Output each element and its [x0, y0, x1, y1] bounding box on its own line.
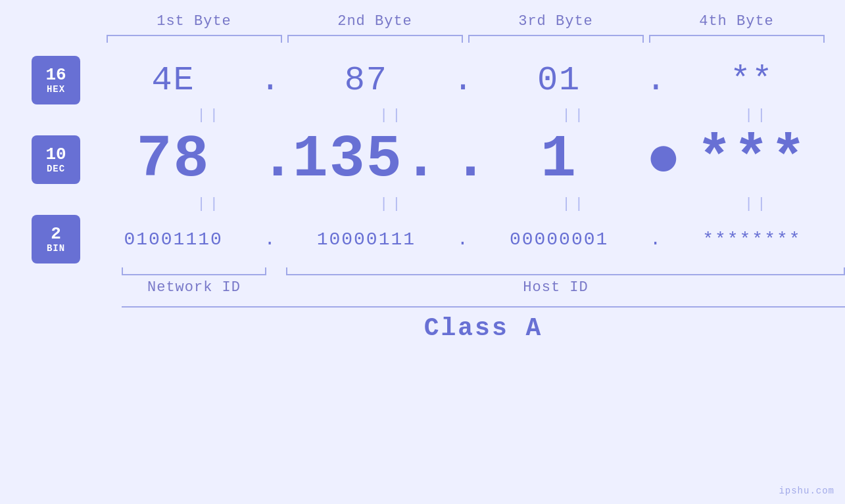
bin-byte-1: 01001110	[87, 229, 260, 250]
byte-header-1: 1st Byte	[104, 13, 285, 30]
hex-byte-4: **	[665, 61, 838, 100]
host-bracket	[286, 267, 845, 275]
bin-byte-4: ********	[665, 229, 838, 250]
equals-2-b2: ||	[311, 196, 474, 212]
dec-byte-1: 78	[87, 126, 260, 193]
bracket-1	[107, 35, 282, 43]
equals-row-1: || || || ||	[122, 104, 845, 126]
hex-byte-1: 4E	[87, 61, 260, 100]
network-bracket	[122, 267, 266, 275]
byte-headers: 1st Byte 2nd Byte 3rd Byte 4th Byte	[104, 13, 827, 30]
hex-byte-3: 01	[473, 61, 646, 100]
equals-2-b3: ||	[493, 196, 656, 212]
bin-badge-label: BIN	[47, 243, 65, 254]
class-line	[122, 306, 845, 308]
hex-badge-number: 16	[45, 66, 66, 85]
hex-values: 4E . 87 . 01 . **	[80, 61, 845, 100]
dec-row: 10 DEC 78 . 135. . 1 ● ***	[0, 126, 845, 193]
main-container: 1st Byte 2nd Byte 3rd Byte 4th Byte 16 H…	[0, 0, 845, 504]
bin-badge-number: 2	[51, 225, 61, 244]
equals-row-2: || || || ||	[122, 193, 845, 215]
dec-dot-2: .	[453, 126, 473, 193]
equals-1-b1: ||	[128, 107, 291, 124]
top-bracket-row	[104, 35, 827, 43]
hex-row: 16 HEX 4E . 87 . 01 . **	[0, 56, 845, 104]
bin-dot-1: .	[260, 229, 279, 250]
equals-2-b4: ||	[676, 196, 839, 212]
hex-badge: 16 HEX	[32, 56, 80, 104]
bin-dot-2: .	[453, 229, 473, 250]
network-id-label: Network ID	[122, 279, 266, 296]
dec-badge: 10 DEC	[32, 135, 80, 184]
dec-values: 78 . 135. . 1 ● ***	[80, 126, 845, 193]
class-label: Class A	[122, 314, 845, 342]
class-container: Class A	[122, 306, 845, 342]
byte-header-3: 3rd Byte	[466, 13, 646, 30]
hex-badge-label: HEX	[47, 84, 65, 95]
equals-2-b1: ||	[128, 196, 291, 212]
bracket-2	[287, 35, 463, 43]
dec-byte-3: 1	[473, 126, 646, 193]
hex-byte-2: 87	[279, 61, 452, 100]
dec-badge-number: 10	[45, 145, 66, 164]
bottom-bracket-row	[122, 267, 845, 275]
bin-byte-3: 00000001	[473, 229, 646, 250]
equals-1-b4: ||	[676, 107, 839, 124]
watermark: ipshu.com	[779, 486, 834, 496]
dec-byte-2: 135.	[279, 126, 452, 193]
bin-values: 01001110 . 10000111 . 00000001 . *******…	[80, 229, 845, 250]
bin-byte-2: 10000111	[279, 229, 452, 250]
equals-1-b3: ||	[493, 107, 656, 124]
bracket-4	[649, 35, 825, 43]
byte-header-2: 2nd Byte	[285, 13, 466, 30]
hex-dot-3: .	[646, 61, 665, 100]
hex-dot-2: .	[453, 61, 473, 100]
hex-dot-1: .	[260, 61, 279, 100]
dec-badge-label: DEC	[47, 164, 65, 174]
equals-1-b2: ||	[311, 107, 474, 124]
bin-row: 2 BIN 01001110 . 10000111 . 00000001 . *…	[0, 215, 845, 263]
dec-byte-4: ***	[665, 126, 838, 193]
bin-badge: 2 BIN	[32, 215, 80, 263]
dec-dot-1: .	[260, 126, 279, 193]
bin-dot-3: .	[646, 229, 665, 250]
byte-header-4: 4th Byte	[646, 13, 827, 30]
dec-dot-3: ●	[646, 126, 665, 193]
host-id-label: Host ID	[266, 279, 845, 296]
labels-row: Network ID Host ID	[122, 279, 845, 296]
bracket-3	[468, 35, 644, 43]
